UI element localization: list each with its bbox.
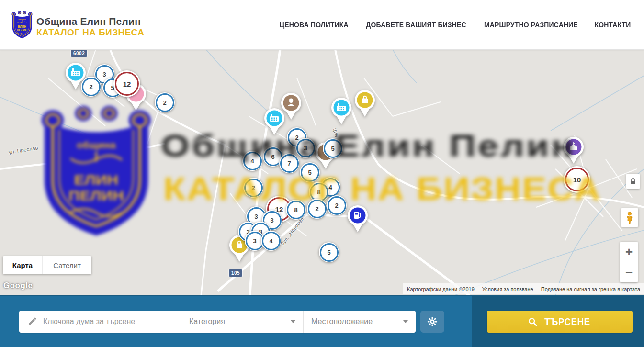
chevron-down-icon bbox=[403, 320, 408, 323]
search-icon bbox=[528, 317, 537, 326]
cluster-count: 5 bbox=[320, 243, 339, 262]
location-select-label: Местоположение bbox=[311, 317, 373, 326]
search-bar: Категория Местоположение bbox=[0, 295, 644, 347]
location-select[interactable]: Местоположение bbox=[304, 311, 416, 333]
svg-text:община: община bbox=[18, 18, 26, 21]
chevron-down-icon bbox=[291, 320, 295, 323]
main-nav: ЦЕНОВА ПОЛИТИКАДОБАВЕТЕ ВАШИЯТ БИЗНЕСМАР… bbox=[278, 0, 632, 49]
cluster-count: 8 bbox=[287, 201, 305, 219]
map-cluster-marker[interactable]: 5 bbox=[323, 138, 343, 158]
svg-text:ПЕЛИН: ПЕЛИН bbox=[17, 28, 27, 32]
map-cluster-marker[interactable]: 2 bbox=[327, 195, 347, 215]
nav-item-2[interactable]: МАРШРУТНО РАЗПИСАНИЕ bbox=[484, 21, 578, 29]
map-type-satellite-button[interactable]: Сателит bbox=[42, 256, 91, 274]
map-cluster-marker[interactable]: 2 bbox=[243, 178, 263, 198]
attribution-copyright: Картографски данни ©2019 bbox=[407, 286, 475, 292]
category-select[interactable]: Категория bbox=[181, 311, 304, 333]
search-fields: Категория Местоположение bbox=[19, 311, 416, 333]
map-cluster-marker[interactable]: 7 bbox=[279, 153, 299, 173]
map-type-control: Карта Сателит bbox=[3, 256, 91, 274]
map-cluster-marker[interactable]: 8 bbox=[286, 200, 306, 220]
site-title: Община Елин Пелин bbox=[36, 16, 144, 27]
fuel-icon bbox=[347, 205, 369, 234]
lock-icon bbox=[630, 178, 636, 185]
nav-item-1[interactable]: ДОБАВЕТЕ ВАШИЯТ БИЗНЕС bbox=[366, 21, 466, 29]
search-button-label: ТЪРСЕНЕ bbox=[544, 316, 590, 327]
zoom-in-button[interactable]: + bbox=[620, 242, 638, 262]
cluster-count: 7 bbox=[280, 154, 299, 173]
map-cluster-marker[interactable]: 10 bbox=[564, 166, 590, 193]
attribution-terms-link[interactable]: Условия за ползване bbox=[482, 286, 533, 292]
map-cluster-marker[interactable]: 2 bbox=[307, 199, 327, 219]
church-icon bbox=[563, 136, 585, 165]
keyword-input[interactable] bbox=[42, 317, 164, 326]
site-subtitle: КАТАЛОГ НА БИЗНЕСА bbox=[36, 28, 144, 38]
map-cluster-marker[interactable]: 3 bbox=[295, 138, 316, 158]
cluster-count: 2 bbox=[244, 179, 263, 197]
cluster-count: 12 bbox=[115, 72, 139, 96]
map-cluster-marker[interactable]: 2 bbox=[155, 92, 175, 112]
header: община ЕЛИН ПЕЛИН Община Елин Пелин КАТА… bbox=[0, 0, 644, 50]
cluster-count: 2 bbox=[328, 196, 346, 215]
cluster-count: 2 bbox=[308, 200, 327, 218]
page: ул. Преславбул. „Новоселции 6002105 bbox=[0, 0, 644, 347]
map-pin-church[interactable] bbox=[563, 136, 585, 165]
road-shield: 105 bbox=[229, 269, 242, 277]
map-cluster-marker[interactable]: 4 bbox=[242, 151, 262, 171]
municipality-logo[interactable]: община ЕЛИН ПЕЛИН bbox=[11, 11, 33, 39]
map-cluster-marker[interactable]: 2 bbox=[81, 77, 101, 97]
map-pin-factory[interactable] bbox=[263, 108, 285, 136]
cluster-count: 4 bbox=[262, 232, 281, 250]
pencil-icon bbox=[28, 317, 36, 326]
attribution-report-link[interactable]: Подаване на сигнал за грешка в картата bbox=[541, 286, 640, 292]
map-pin-fuel[interactable] bbox=[347, 205, 369, 234]
cluster-count: 5 bbox=[324, 139, 342, 158]
map-lock-control[interactable] bbox=[626, 174, 640, 189]
advanced-settings-button[interactable] bbox=[420, 311, 444, 333]
map-pin-factory[interactable] bbox=[330, 97, 352, 126]
map-cluster-marker[interactable]: 5 bbox=[319, 242, 339, 262]
nav-item-0[interactable]: ЦЕНОВА ПОЛИТИКА bbox=[280, 21, 349, 29]
cluster-count: 2 bbox=[82, 78, 101, 96]
keyword-field-wrap bbox=[19, 311, 181, 333]
brand: Община Елин Пелин КАТАЛОГ НА БИЗНЕСА bbox=[36, 16, 144, 38]
cluster-count: 5 bbox=[301, 163, 319, 182]
map-attribution: Картографски данни ©2019 Условия за полз… bbox=[403, 283, 644, 294]
nav-item-3[interactable]: КОНТАКТИ bbox=[594, 21, 631, 29]
pegman-control[interactable] bbox=[621, 208, 638, 227]
cluster-count: 4 bbox=[243, 152, 262, 170]
svg-text:ЕЛИН: ЕЛИН bbox=[18, 25, 26, 28]
search-button[interactable]: ТЪРСЕНЕ bbox=[487, 311, 633, 333]
gear-icon bbox=[427, 316, 438, 327]
map-cluster-marker[interactable]: 12 bbox=[113, 70, 140, 97]
map-cluster-marker[interactable]: 5 bbox=[300, 162, 320, 182]
shopping-bag-icon bbox=[354, 90, 376, 118]
cluster-count: 10 bbox=[565, 168, 589, 191]
pegman-icon bbox=[625, 212, 634, 224]
factory-icon bbox=[263, 108, 285, 136]
map-type-map-button[interactable]: Карта bbox=[3, 256, 42, 274]
google-logo[interactable]: Google bbox=[3, 281, 33, 291]
zoom-out-button[interactable]: − bbox=[620, 262, 638, 282]
cluster-count: 3 bbox=[296, 139, 315, 157]
cluster-count: 2 bbox=[156, 93, 174, 112]
factory-icon bbox=[330, 97, 352, 126]
road-shield: 6002 bbox=[71, 50, 87, 57]
category-select-label: Категория bbox=[189, 317, 225, 326]
zoom-control: + − bbox=[620, 242, 638, 282]
map-pin-shopping-bag[interactable] bbox=[354, 90, 376, 118]
map-cluster-marker[interactable]: 4 bbox=[261, 231, 281, 251]
